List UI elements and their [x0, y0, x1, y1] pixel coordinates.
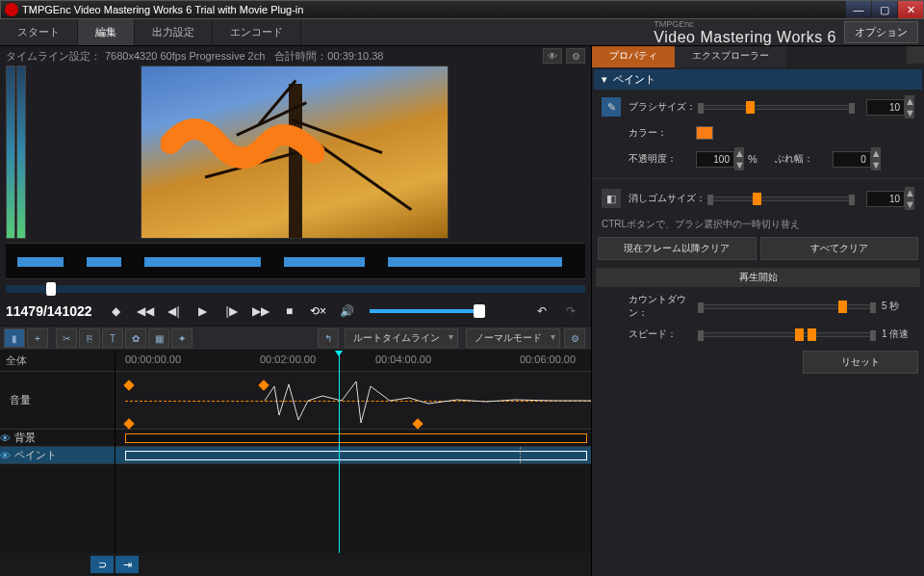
app-icon	[5, 3, 18, 16]
mode-select[interactable]: ノーマルモード	[466, 328, 560, 348]
stop-button[interactable]: ■	[277, 301, 302, 322]
loop-region-icon[interactable]: ⊃	[90, 556, 114, 573]
ruler-tc-4: 00:04:00.00	[375, 353, 431, 365]
section-paint[interactable]: ▾ ペイント	[594, 69, 922, 90]
settings-icon[interactable]: ⚙	[566, 48, 585, 64]
brand-big: Video Mastering Works 6	[654, 29, 836, 46]
tool-fx-icon[interactable]: ▦	[148, 328, 169, 348]
tool-text-icon[interactable]: T	[102, 328, 123, 348]
window-title: TMPGEnc Video Mastering Works 6 Trial wi…	[22, 4, 845, 15]
top-menu: スタート 編集 出力設定 エンコード TMPGEnc Video Masteri…	[0, 19, 924, 46]
preview-monitor[interactable]	[141, 65, 449, 239]
clear-after-button[interactable]: 現在フレーム以降クリア	[598, 237, 757, 260]
track-paint[interactable]	[116, 447, 591, 464]
brush-size-label: ブラシサイズ：	[629, 100, 696, 114]
close-button[interactable]: ✕	[898, 1, 923, 18]
tool-marker-icon[interactable]: ✦	[171, 328, 192, 348]
brush-icon[interactable]: ✎	[602, 97, 621, 117]
total-time-value: 00:39:10.38	[327, 50, 383, 62]
speed-suffix: 1 倍速	[882, 327, 914, 341]
rewind-button[interactable]: ◀◀	[133, 301, 158, 322]
volume-handle[interactable]	[474, 304, 485, 318]
tool-split-icon[interactable]: ⎘	[79, 328, 100, 348]
speed-label: スピード：	[629, 327, 696, 341]
ruler-tc-6: 00:06:00.00	[520, 353, 576, 365]
time-ruler[interactable]: 00:00:00.00 00:02:00.00 00:04:00.00 00:0…	[116, 351, 591, 372]
paint-stroke	[161, 115, 324, 192]
minimize-button[interactable]: —	[846, 1, 871, 18]
maximize-button[interactable]: ▢	[872, 1, 897, 18]
opacity-spinner[interactable]: ▲▼	[734, 147, 744, 170]
eye-icon[interactable]: 👁	[0, 450, 11, 461]
tool-cut-icon[interactable]: ✂	[56, 328, 77, 348]
countdown-slider[interactable]	[700, 304, 874, 309]
tool-clip-icon[interactable]: ▮	[4, 328, 25, 348]
clear-all-button[interactable]: すべてクリア	[760, 237, 919, 260]
options-button[interactable]: オプション	[844, 21, 918, 43]
section-title: ペイント	[613, 72, 655, 87]
undo-button[interactable]: ↶	[529, 301, 554, 322]
jump-icon[interactable]: ⇥	[116, 556, 139, 573]
ctrl-hint: CTRLボタンで、ブラシ選択中の一時切り替え	[592, 214, 924, 235]
track-header-paint[interactable]: 👁ペイント	[0, 447, 115, 464]
color-label: カラー：	[629, 126, 696, 140]
opacity-label: 不透明度：	[629, 152, 696, 166]
tab-properties[interactable]: プロパティ	[592, 46, 675, 67]
set-point-icon[interactable]: ◆	[104, 301, 129, 322]
eye-icon[interactable]: 👁	[0, 432, 11, 444]
scrubber-handle[interactable]	[46, 282, 56, 296]
eraser-size-spinner[interactable]: ▲▼	[905, 187, 914, 210]
brush-size-value[interactable]: 10	[866, 99, 905, 116]
tab-output[interactable]: 出力設定	[135, 19, 213, 45]
step-back-button[interactable]: ◀|	[162, 301, 187, 322]
volume-icon[interactable]: 🔊	[335, 301, 360, 322]
timeline-select[interactable]: ルートタイムライン	[345, 328, 458, 348]
eraser-icon[interactable]: ◧	[602, 189, 621, 208]
play-button[interactable]: ▶	[191, 301, 216, 322]
redo-button[interactable]: ↷	[558, 301, 583, 322]
tool-color-icon[interactable]: ✿	[125, 328, 146, 348]
blur-value[interactable]: 0	[833, 151, 871, 168]
step-fwd-button[interactable]: |▶	[219, 301, 244, 322]
view-icon[interactable]: 👁	[543, 48, 562, 64]
tab-edit[interactable]: 編集	[78, 19, 135, 45]
track-header-bg[interactable]: 👁背景	[0, 430, 115, 447]
speed-slider[interactable]	[700, 332, 874, 337]
volume-slider[interactable]	[370, 309, 485, 313]
timeline: 全体 音量 👁背景 👁ペイント 00:00:00.00 00:02:00.00 …	[0, 351, 591, 553]
brand-small: TMPGEnc	[654, 19, 836, 29]
section-playback: 再生開始	[596, 268, 920, 287]
up-level-icon[interactable]: ↰	[318, 328, 339, 348]
track-bg[interactable]	[116, 430, 591, 447]
track-header-all[interactable]: 全体	[0, 351, 115, 372]
opacity-value[interactable]: 100	[696, 151, 734, 168]
tab-encode[interactable]: エンコード	[213, 19, 301, 45]
thumb-strip-1	[6, 65, 15, 239]
timeline-format: 7680x4320 60fps Progressive 2ch	[105, 50, 265, 62]
transport-bar: 11479/141022 ◆ ◀◀ ◀| ▶ |▶ ▶▶ ■ ⟲× 🔊 ↶ ↷	[0, 297, 591, 326]
scrubber[interactable]	[6, 285, 585, 293]
mini-timeline[interactable]	[6, 243, 585, 279]
playhead[interactable]	[339, 351, 340, 553]
timeline-info: タイムライン設定： 7680x4320 60fps Progressive 2c…	[0, 46, 591, 65]
window-titlebar: TMPGEnc Video Mastering Works 6 Trial wi…	[0, 0, 924, 19]
loop-button[interactable]: ⟲×	[306, 301, 331, 322]
tool-add-icon[interactable]: +	[27, 328, 48, 348]
ffwd-button[interactable]: ▶▶	[248, 301, 273, 322]
track-header-volume[interactable]: 音量	[0, 372, 115, 430]
blur-spinner[interactable]: ▲▼	[871, 147, 881, 170]
tl-settings-icon[interactable]: ⚙	[564, 328, 585, 348]
eraser-size-slider[interactable]	[709, 196, 853, 201]
brush-size-slider[interactable]	[700, 105, 853, 110]
thumb-strip-2	[16, 65, 26, 239]
brand: TMPGEnc Video Mastering Works 6 オプション	[654, 19, 924, 45]
brush-size-spinner[interactable]: ▲▼	[905, 95, 914, 118]
tab-start[interactable]: スタート	[0, 19, 78, 45]
panel-menu-icon[interactable]	[907, 46, 924, 64]
eraser-size-value[interactable]: 10	[866, 191, 905, 207]
reset-button[interactable]: リセット	[803, 351, 918, 374]
color-swatch[interactable]	[696, 126, 713, 140]
track-volume[interactable]	[116, 372, 591, 430]
total-time-label: 合計時間：	[274, 49, 327, 64]
tab-explorer[interactable]: エクスプローラー	[675, 46, 786, 67]
